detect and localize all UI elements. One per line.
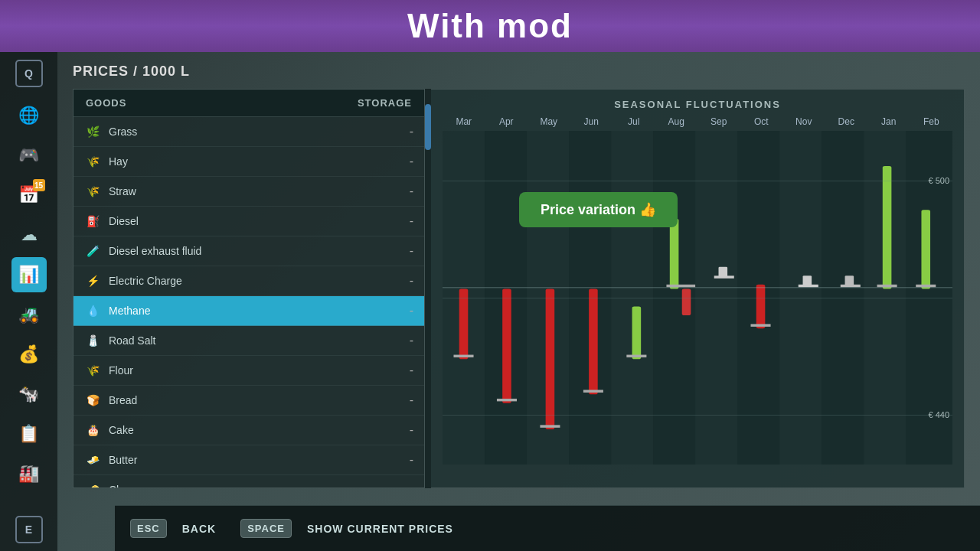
goods-row[interactable]: 🎂 Cake - — [74, 416, 424, 445]
goods-icon: 🧀 — [84, 481, 101, 488]
goods-row[interactable]: ⛽ Diesel - — [74, 207, 424, 236]
svg-rect-29 — [877, 285, 897, 287]
goods-icon: 🎂 — [84, 422, 101, 439]
header-title: With mod — [407, 7, 573, 45]
gridline-top — [443, 181, 952, 181]
goods-row[interactable]: 🧈 Butter - — [74, 445, 424, 475]
sidebar-icon-stats[interactable]: 📊 — [11, 257, 47, 292]
chart-panel: SEASONAL FLUCTUATIONS Mar Apr May Jun Ju… — [431, 89, 965, 488]
goods-row[interactable]: 🍞 Bread - — [74, 386, 424, 416]
q-key-button[interactable]: Q — [15, 60, 43, 87]
chart-months: Mar Apr May Jun Jul Aug Sep Oct Nov Dec … — [443, 116, 952, 127]
goods-name: Flour — [109, 364, 133, 377]
calendar-badge: 15 — [33, 179, 45, 191]
goods-row-left: 🌾 Flour — [84, 362, 133, 379]
goods-name: Cake — [109, 424, 134, 436]
svg-rect-15 — [632, 306, 642, 359]
svg-rect-27 — [845, 276, 854, 286]
month-mar: Mar — [449, 116, 479, 127]
month-feb: Feb — [916, 116, 946, 127]
svg-rect-12 — [540, 425, 560, 427]
goods-row-left: 🧪 Diesel exhaust fluid — [84, 243, 201, 259]
sidebar-icon-weather[interactable]: ☁ — [11, 217, 47, 253]
price-label-high: € 500 — [928, 176, 949, 185]
svg-rect-11 — [546, 289, 555, 430]
sidebar-icon-calendar[interactable]: 📅 15 — [11, 178, 47, 213]
gridline-bot — [443, 415, 952, 416]
svg-rect-25 — [803, 276, 812, 286]
scroll-thumb[interactable] — [425, 104, 431, 150]
goods-storage: - — [410, 184, 413, 198]
goods-storage: - — [410, 364, 413, 377]
goods-row[interactable]: 🌾 Straw - — [74, 177, 424, 207]
svg-rect-16 — [626, 355, 646, 357]
goods-name: Diesel exhaust fluid — [109, 245, 201, 257]
goods-row[interactable]: ⚡ Electric Charge - — [74, 266, 424, 296]
svg-rect-7 — [459, 289, 469, 360]
goods-header: GOODS STORAGE — [74, 90, 424, 117]
prices-title: PRICES / 1000 L — [73, 64, 965, 80]
sidebar-icon-steering[interactable]: 🎮 — [11, 138, 47, 173]
svg-rect-19 — [666, 285, 695, 287]
month-apr: Apr — [491, 116, 521, 127]
goods-column-header: GOODS — [86, 97, 126, 109]
svg-rect-28 — [883, 166, 892, 289]
goods-row[interactable]: 🧪 Diesel exhaust fluid - — [74, 236, 424, 266]
svg-rect-17 — [670, 219, 679, 289]
goods-row[interactable]: 🌿 Grass - — [74, 117, 424, 147]
goods-name: Butter — [109, 454, 137, 466]
goods-row[interactable]: 💧 Methane - — [74, 296, 424, 326]
goods-icon: 🍞 — [84, 392, 101, 409]
goods-storage: - — [410, 453, 413, 467]
month-nov: Nov — [789, 116, 819, 127]
goods-icon: 🌾 — [84, 362, 101, 379]
svg-rect-13 — [589, 289, 598, 395]
goods-row[interactable]: 🧂 Road Salt - — [74, 326, 424, 356]
bottom-bar: ESC BACK SPACE SHOW CURRENT PRICES — [115, 505, 980, 551]
goods-icon: ⛽ — [84, 213, 101, 230]
goods-storage: - — [410, 214, 413, 228]
goods-row[interactable]: 🧀 Cheese - — [74, 475, 424, 488]
goods-row-left: 🌿 Grass — [84, 123, 137, 140]
space-key-display: SPACE — [240, 519, 292, 538]
goods-name: Hay — [109, 155, 128, 168]
svg-rect-23 — [750, 324, 770, 326]
svg-rect-10 — [497, 399, 517, 401]
goods-icon: 🧈 — [84, 452, 101, 468]
goods-storage: - — [410, 304, 413, 318]
back-label[interactable]: BACK — [182, 523, 216, 535]
goods-icon: ⚡ — [84, 272, 101, 289]
svg-rect-14 — [583, 390, 603, 392]
sidebar-icon-notes[interactable]: 📋 — [11, 416, 47, 452]
scroll-indicator[interactable] — [425, 89, 431, 488]
goods-storage: - — [410, 155, 413, 168]
top-header: With mod — [0, 0, 980, 52]
sidebar-icon-money[interactable]: 💰 — [11, 337, 47, 372]
goods-storage: - — [410, 423, 413, 437]
goods-list[interactable]: GOODS STORAGE 🌿 Grass - 🌾 Hay - 🌾 Straw … — [73, 89, 425, 488]
goods-name: Methane — [109, 305, 150, 317]
month-dec: Dec — [831, 116, 861, 127]
svg-rect-32 — [443, 287, 952, 288]
price-label-low: € 440 — [928, 410, 949, 419]
svg-rect-9 — [502, 289, 511, 403]
goods-row[interactable]: 🌾 Hay - — [74, 147, 424, 177]
goods-row-left: 🎂 Cake — [84, 422, 134, 439]
svg-rect-21 — [719, 267, 728, 278]
svg-rect-22 — [756, 285, 766, 328]
sidebar-icon-production[interactable]: 🏭 — [11, 456, 47, 491]
goods-row-left: 🧈 Butter — [84, 452, 137, 468]
sidebar-icon-map[interactable]: 🌐 — [11, 98, 47, 133]
goods-name: Straw — [109, 185, 136, 197]
e-key-button[interactable]: E — [15, 516, 43, 543]
goods-name: Cheese — [109, 484, 145, 488]
goods-row[interactable]: 🌾 Flour - — [74, 356, 424, 386]
sidebar-icon-tractor[interactable]: 🚜 — [11, 297, 47, 332]
prices-container: GOODS STORAGE 🌿 Grass - 🌾 Hay - 🌾 Straw … — [73, 89, 965, 488]
month-jun: Jun — [576, 116, 606, 127]
svg-rect-30 — [921, 210, 930, 289]
svg-rect-18 — [682, 289, 691, 315]
svg-rect-31 — [916, 285, 936, 287]
show-prices-label[interactable]: SHOW CURRENT PRICES — [307, 523, 453, 535]
sidebar-icon-animals[interactable]: 🐄 — [11, 377, 47, 412]
